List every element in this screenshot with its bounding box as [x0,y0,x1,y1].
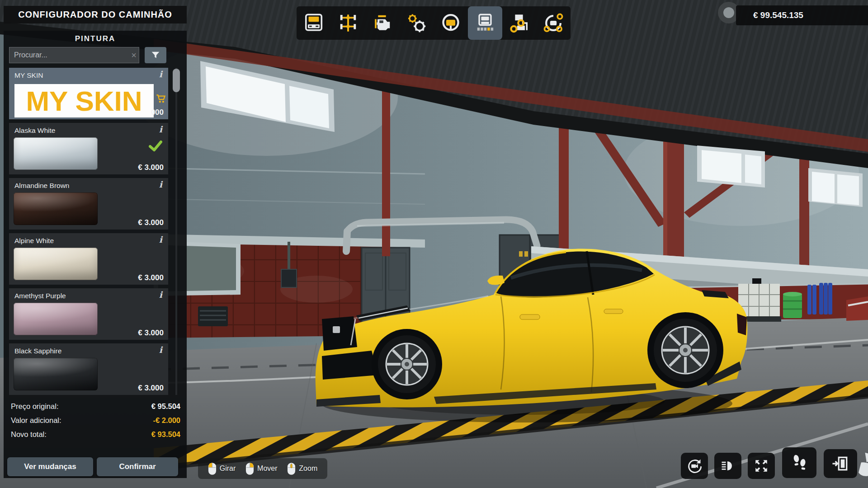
steel-column [382,79,390,256]
paint-item-almandine-brown[interactable]: Almandine Brown i € 3.000 [9,178,168,230]
info-icon[interactable]: i [159,235,162,244]
paint-item-alaska-white[interactable]: Alaska White i € 3.000 [9,123,168,174]
paint-swatch [14,303,98,335]
summary-additional-value: Valor adicional: -€ 2.000 [4,416,187,427]
camera-hint-bar: Girar Mover Zoom [198,458,327,479]
truck-configurator-screen: CONFIGURADOR DO CAMINHÃO PINTURA × MY SK… [0,0,868,488]
player-money: € 99.545.135 [736,5,868,25]
page-title: CONFIGURADOR DO CAMINHÃO [18,9,172,20]
walk-mode-button[interactable] [782,447,816,478]
rear-wheel [647,312,723,388]
info-icon[interactable]: i [159,345,162,355]
hint-rotate: Girar [208,462,236,475]
filter-button[interactable] [145,47,166,63]
info-icon[interactable]: i [159,290,162,300]
summary-original-price: Preço original: € 95.504 [4,402,187,413]
paint-swatch [14,137,98,170]
paint-name: Black Sapphire [14,347,61,355]
summary-new-total: Novo total: € 93.504 [4,430,187,441]
paint-price: € 3.000 [138,218,164,227]
paint-swatch [14,192,98,225]
funnel-icon [151,50,160,60]
wheels-icon [509,13,529,33]
paint-price: 000 [151,108,164,117]
search-input[interactable] [9,47,139,63]
paint-item-black-sapphire[interactable]: Black Sapphire i € 3.000 [9,343,168,395]
paint-icon [475,13,495,33]
paint-item-alpine-white[interactable]: Alpine White i € 3.000 [9,233,168,285]
confirm-button[interactable]: Confirmar [97,457,178,476]
clear-search-icon[interactable]: × [128,49,139,61]
accessories-icon [543,13,564,33]
scrollbar-thumb[interactable] [173,69,180,92]
headlights-button[interactable] [714,453,741,479]
paint-item-amethyst-purple[interactable]: Amethyst Purple i € 3.000 [9,288,168,340]
gears-icon [406,13,427,33]
headlight-icon [720,458,736,474]
truck-cabin-icon [303,13,324,33]
paint-name: MY SKIN [14,71,43,80]
tab-transmission[interactable] [399,6,434,40]
paint-price: € 3.000 [138,163,164,172]
scrollbar-track[interactable] [175,68,177,395]
tab-accessories[interactable] [536,6,571,40]
view-changes-button[interactable]: Ver mudanças [7,457,93,476]
hand-cursor-icon [857,452,868,483]
rotate-camera-icon [686,458,703,474]
exit-configurator-button[interactable] [824,449,857,478]
hint-move: Mover [245,462,277,475]
mouse-wheel-icon [287,462,296,475]
info-icon[interactable]: i [159,179,162,189]
info-icon[interactable]: i [159,69,162,79]
tab-paint[interactable] [468,6,502,40]
paint-price: € 3.000 [138,273,164,282]
configurator-toolbar [297,6,571,40]
paint-name: Alpine White [14,237,54,245]
chassis-icon [338,13,359,33]
expand-arrows-icon [754,458,769,474]
paint-name: Alaska White [14,127,55,135]
center-view-button[interactable] [748,453,775,479]
engine-icon [372,13,392,33]
skin-preview: MY SKIN [14,84,154,117]
reset-camera-button[interactable] [681,453,708,479]
panel-title: PINTURA [4,34,187,43]
tab-engine[interactable] [365,6,400,40]
front-wheel [372,329,442,399]
mouse-left-icon [208,462,217,475]
paint-name: Almandine Brown [14,182,69,190]
paint-swatch [14,358,98,390]
selected-check-icon [149,140,162,152]
tab-cabin[interactable] [297,6,331,40]
paint-price: € 3.000 [138,384,164,393]
steering-wheel-icon [440,13,461,33]
cart-icon [155,93,167,104]
footsteps-icon [790,453,809,472]
configurator-header: CONFIGURADOR DO CAMINHÃO [4,6,187,23]
hint-zoom: Zoom [287,462,317,475]
paint-panel: PINTURA × MY SKIN i MY SKIN 000 [4,31,187,478]
paint-swatch [14,248,98,280]
paint-price: € 3.000 [138,328,164,338]
info-icon[interactable]: i [159,124,162,134]
tab-chassis[interactable] [331,6,365,40]
tab-wheels[interactable] [502,6,537,40]
mouse-right-icon [245,462,254,475]
tab-interior[interactable] [434,6,468,40]
paint-item-my-skin[interactable]: MY SKIN i MY SKIN 000 [9,68,168,119]
paint-name: Amethyst Purple [14,292,66,300]
exit-door-icon [831,455,849,473]
steel-column [559,115,569,254]
